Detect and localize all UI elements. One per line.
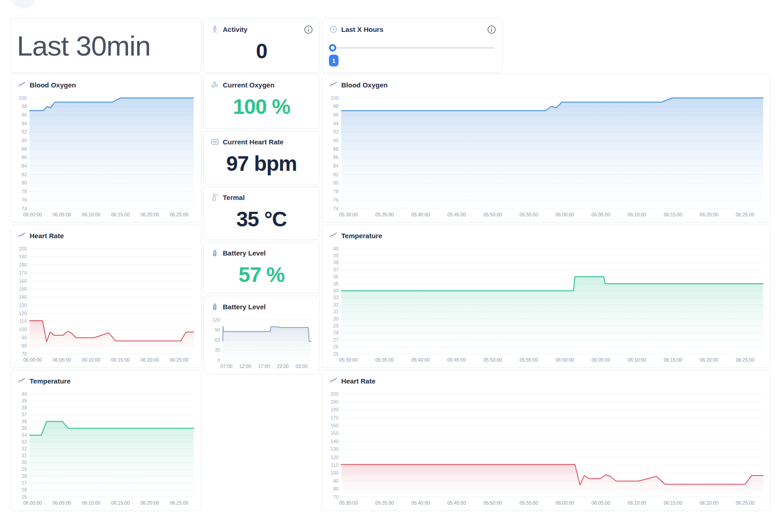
svg-text:12:00: 12:00 xyxy=(239,363,251,369)
svg-text:06:10:00: 06:10:00 xyxy=(628,357,647,363)
svg-text:05:50:00: 05:50:00 xyxy=(483,357,502,363)
info-icon[interactable] xyxy=(304,25,313,34)
svg-text:74: 74 xyxy=(21,206,27,211)
svg-text:06:00:00: 06:00:00 xyxy=(23,500,42,506)
svg-text:80: 80 xyxy=(333,486,339,491)
svg-text:06:15:00: 06:15:00 xyxy=(664,500,682,506)
svg-text:06:05:00: 06:05:00 xyxy=(591,500,610,506)
svg-text:160: 160 xyxy=(330,423,339,428)
svg-text:94: 94 xyxy=(21,121,27,126)
svg-text:06:10:00: 06:10:00 xyxy=(82,212,101,217)
svg-text:05:30:00: 05:30:00 xyxy=(339,357,358,363)
svg-text:06:05:00: 06:05:00 xyxy=(52,212,71,217)
svg-text:17:00: 17:00 xyxy=(258,363,270,369)
svg-text:A: A xyxy=(216,194,218,197)
svg-text:140: 140 xyxy=(330,439,339,444)
current-oxygen-value: 100 % xyxy=(204,94,319,119)
hours-slider[interactable]: 1 xyxy=(330,47,494,49)
svg-text:05:30:00: 05:30:00 xyxy=(339,212,358,217)
svg-text:78: 78 xyxy=(333,189,339,194)
svg-text:07:00: 07:00 xyxy=(221,363,232,369)
svg-text:29: 29 xyxy=(333,323,339,328)
svg-text:06:25:00: 06:25:00 xyxy=(736,212,754,217)
svg-text:06:05:00: 06:05:00 xyxy=(52,500,71,506)
stat-label: Current Heart Rate xyxy=(223,138,283,146)
svg-text:06:10:00: 06:10:00 xyxy=(82,357,101,363)
svg-text:06:20:00: 06:20:00 xyxy=(140,357,159,363)
svg-text:06:20:00: 06:20:00 xyxy=(140,500,159,506)
svg-text:200: 200 xyxy=(19,246,27,251)
svg-text:06:15:00: 06:15:00 xyxy=(111,212,130,217)
svg-text:35: 35 xyxy=(21,425,27,431)
svg-text:06:00:00: 06:00:00 xyxy=(555,212,574,217)
svg-text:05:35:00: 05:35:00 xyxy=(375,357,394,363)
svg-text:92: 92 xyxy=(21,129,27,134)
slider-track[interactable] xyxy=(330,47,494,49)
svg-text:84: 84 xyxy=(21,163,27,169)
svg-text:88: 88 xyxy=(21,146,27,152)
svg-text:33: 33 xyxy=(21,439,27,445)
current-oxygen-card: Current Oxygen 100 % xyxy=(203,74,320,129)
blood-oxygen-30min-chart: 1009896949290888684828078767406:00:0006:… xyxy=(14,95,196,219)
svg-text:40: 40 xyxy=(21,391,27,397)
svg-text:70: 70 xyxy=(21,351,27,357)
svg-text:70: 70 xyxy=(333,494,339,500)
svg-text:60: 60 xyxy=(215,337,220,343)
svg-text:05:40:00: 05:40:00 xyxy=(411,500,430,506)
svg-text:06:00:00: 06:00:00 xyxy=(23,357,42,363)
oxygen-icon xyxy=(211,81,219,89)
svg-text:86: 86 xyxy=(21,154,27,160)
svg-text:36: 36 xyxy=(21,419,27,424)
chart-title: Battery Level xyxy=(223,303,266,311)
svg-text:40: 40 xyxy=(333,246,339,251)
svg-text:90: 90 xyxy=(21,138,27,143)
battery-level-value: 57 % xyxy=(204,262,319,287)
svg-text:26: 26 xyxy=(333,344,339,349)
trend-icon xyxy=(18,232,26,240)
svg-text:38: 38 xyxy=(333,260,339,265)
chart-title: Heart Rate xyxy=(30,232,64,240)
svg-text:05:35:00: 05:35:00 xyxy=(375,500,394,506)
battery-history-chart: 120906030007:0012:0017:0022:0003:00 xyxy=(207,317,315,370)
activity-card: Activity 0 xyxy=(203,18,320,73)
svg-text:28: 28 xyxy=(333,330,339,335)
svg-text:06:15:00: 06:15:00 xyxy=(664,357,682,363)
svg-text:06:15:00: 06:15:00 xyxy=(111,357,130,363)
thermal-card: A Termal 35 °C xyxy=(203,186,320,240)
svg-text:06:05:00: 06:05:00 xyxy=(52,357,71,363)
thermal-value: 35 °C xyxy=(204,207,319,231)
svg-text:96: 96 xyxy=(21,112,27,118)
temperature-30min-card: Temperature 4039383736353433323130292827… xyxy=(10,370,201,511)
svg-text:120: 120 xyxy=(330,455,339,460)
svg-text:170: 170 xyxy=(330,415,339,420)
svg-text:38: 38 xyxy=(21,405,27,410)
health-dashboard: Last 30min Activity 0 Last X Hours xyxy=(0,0,780,532)
info-icon[interactable] xyxy=(487,25,496,34)
svg-text:05:50:00: 05:50:00 xyxy=(483,212,502,217)
svg-text:30: 30 xyxy=(215,347,220,353)
svg-text:39: 39 xyxy=(333,253,339,258)
stat-label: Battery Level xyxy=(223,249,266,257)
svg-text:80: 80 xyxy=(333,180,339,185)
svg-text:06:25:00: 06:25:00 xyxy=(169,357,188,363)
svg-text:98: 98 xyxy=(333,103,339,109)
svg-text:06:05:00: 06:05:00 xyxy=(591,212,610,217)
svg-text:120: 120 xyxy=(19,311,27,316)
svg-text:140: 140 xyxy=(19,294,27,300)
svg-text:84: 84 xyxy=(333,163,339,169)
svg-text:37: 37 xyxy=(333,267,339,272)
svg-text:22:00: 22:00 xyxy=(277,363,289,369)
svg-text:190: 190 xyxy=(19,254,27,259)
slider-handle[interactable] xyxy=(329,44,336,51)
svg-text:32: 32 xyxy=(333,302,339,307)
svg-text:86: 86 xyxy=(333,154,339,160)
svg-text:100: 100 xyxy=(330,470,339,476)
svg-text:90: 90 xyxy=(333,138,339,143)
temperature-hours-chart: 4039383736353433323130292827262505:30:00… xyxy=(326,246,766,364)
svg-text:26: 26 xyxy=(21,487,27,492)
trend-icon xyxy=(18,377,26,385)
blood-oxygen-30min-card: Blood Oxygen 100989694929088868482807876… xyxy=(10,74,201,223)
svg-text:25: 25 xyxy=(21,494,27,500)
svg-text:25: 25 xyxy=(333,351,339,357)
svg-text:90: 90 xyxy=(215,327,220,332)
